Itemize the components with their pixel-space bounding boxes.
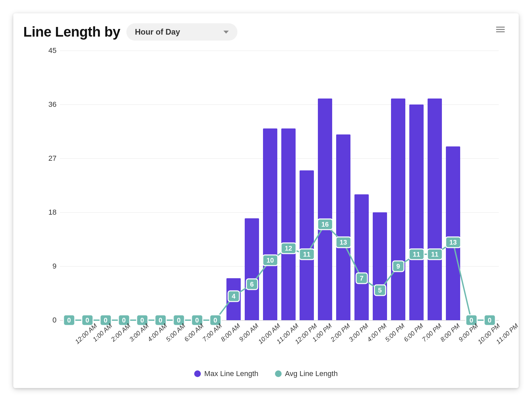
- chart-plot-area: 0918273645000000000461012111613759111113…: [23, 44, 509, 320]
- x-tick-label: 6:00 PM: [402, 322, 425, 343]
- x-tick-label: 2:00 AM: [109, 322, 132, 343]
- data-point-label[interactable]: 13: [335, 237, 351, 248]
- legend-label-avg: Avg Line Length: [285, 369, 338, 378]
- x-tick-label: 5:00 AM: [164, 322, 187, 343]
- data-point-label[interactable]: 7: [355, 273, 368, 284]
- y-tick-label: 36: [43, 100, 57, 109]
- y-tick-label: 27: [43, 154, 57, 163]
- data-point-label[interactable]: 10: [262, 255, 278, 266]
- x-tick-label: 3:00 AM: [128, 322, 150, 343]
- chart-card: Line Length by Hour of Day 0918273645000…: [13, 13, 519, 388]
- data-point-label[interactable]: 11: [427, 249, 443, 260]
- hamburger-menu-icon[interactable]: [496, 25, 505, 34]
- data-point-label[interactable]: 11: [408, 249, 424, 260]
- data-point-label[interactable]: 16: [317, 219, 333, 230]
- chart-legend: Max Line Length Avg Line Length: [23, 369, 509, 378]
- x-tick-label: 4:00 PM: [366, 322, 388, 343]
- legend-item-avg[interactable]: Avg Line Length: [275, 369, 338, 378]
- data-point-label[interactable]: 12: [280, 243, 296, 254]
- select-value: Hour of Day: [135, 27, 180, 37]
- x-tick-label: 7:00 PM: [421, 322, 443, 343]
- data-point-label[interactable]: 6: [246, 279, 258, 290]
- data-point-label[interactable]: 9: [392, 261, 404, 272]
- y-tick-label: 45: [43, 46, 57, 55]
- y-tick-label: 9: [43, 262, 57, 271]
- x-axis-labels: 12:00 AM1:00 AM2:00 AM3:00 AM4:00 AM5:00…: [60, 320, 499, 353]
- x-tick-label: 5:00 PM: [384, 322, 406, 343]
- x-tick-label: 6:00 AM: [183, 322, 205, 343]
- data-point-label[interactable]: 4: [227, 291, 240, 302]
- x-tick-label: 8:00 PM: [439, 322, 461, 343]
- legend-item-max[interactable]: Max Line Length: [194, 369, 258, 378]
- chart-title: Line Length by: [23, 24, 120, 40]
- legend-swatch-line: [275, 370, 282, 377]
- x-tick-label: 3:00 PM: [347, 322, 370, 343]
- x-tick-label: 4:00 AM: [146, 322, 168, 343]
- legend-label-max: Max Line Length: [204, 369, 258, 378]
- data-point-label[interactable]: 5: [374, 285, 386, 296]
- legend-swatch-bar: [194, 370, 201, 377]
- x-tick-label: 8:00 AM: [219, 322, 241, 343]
- x-tick-label: 9:00 AM: [237, 322, 260, 343]
- data-point-label[interactable]: 11: [299, 249, 315, 260]
- chevron-down-icon: [223, 31, 229, 34]
- group-by-select[interactable]: Hour of Day: [126, 23, 237, 41]
- data-point-label[interactable]: 13: [445, 237, 461, 248]
- x-tick-label: 7:00 AM: [201, 322, 223, 343]
- chart-header: Line Length by Hour of Day: [23, 23, 509, 41]
- y-tick-label: 18: [43, 208, 57, 217]
- y-tick-label: 0: [43, 316, 57, 324]
- x-tick-label: 2:00 PM: [329, 322, 351, 343]
